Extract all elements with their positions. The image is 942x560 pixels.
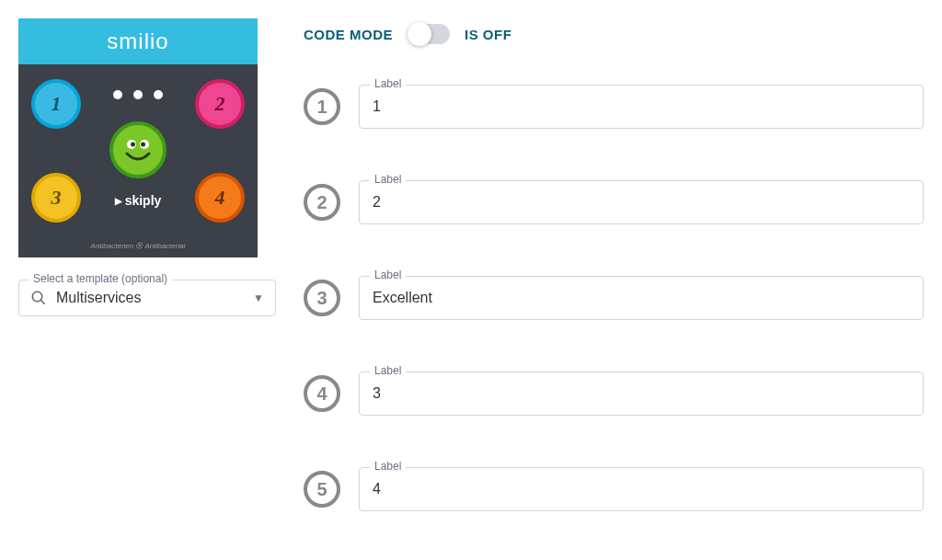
device-preview: smilio 1 2 3 4 ▶ [18,18,258,257]
label-input-5[interactable] [359,467,924,511]
label-input-wrap: Label [359,371,924,416]
number-badge-2: 2 [304,184,340,221]
label-row-1: 1 Label [304,85,924,129]
label-row-4: 4 Label [304,371,924,416]
smiley-face-icon [109,121,167,178]
device-button-2: 2 [195,79,245,129]
label-row-3: 3 Label [304,276,924,320]
dot [113,90,122,99]
template-select-value: Multiservices [56,290,244,306]
label-input-wrap: Label [359,467,924,511]
device-button-4: 4 [195,173,245,223]
dot [133,90,143,99]
play-icon: ▶ [115,196,122,206]
device-header: smilio [18,18,258,64]
label-input-4[interactable] [359,371,924,416]
code-mode-state: IS OFF [465,27,511,42]
left-panel: smilio 1 2 3 4 ▶ [18,18,276,542]
chevron-down-icon: ▼ [253,291,264,304]
label-input-3[interactable] [359,276,924,320]
dot [154,90,163,99]
svg-point-3 [141,143,145,147]
skiply-logo: ▶ skiply [115,193,162,208]
number-badge-3: 3 [304,280,340,316]
code-mode-row: CODE MODE IS OFF [304,24,924,44]
label-input-1[interactable] [359,85,924,129]
device-button-3: 3 [31,173,81,223]
label-field-legend: Label [370,269,406,281]
code-mode-label: CODE MODE [304,27,393,42]
code-mode-toggle[interactable] [408,24,450,44]
template-select[interactable]: Select a template (optional) Multiservic… [18,280,276,316]
device-button-1: 1 [31,79,81,129]
label-field-legend: Label [370,173,406,186]
label-input-2[interactable] [359,180,924,224]
antibacterial-text: Antibactérien ⦿ Antibacterial [18,242,258,250]
template-select-label: Select a template (optional) [29,272,172,285]
label-input-wrap: Label [359,180,924,224]
svg-line-5 [40,300,45,304]
toggle-thumb [408,22,431,46]
skiply-text: skiply [125,193,162,208]
search-icon [30,290,47,306]
number-badge-5: 5 [304,471,340,508]
label-field-legend: Label [370,460,406,473]
svg-point-4 [32,291,42,302]
device-body: 1 2 3 4 ▶ skiply [18,64,258,239]
label-field-legend: Label [370,77,406,90]
number-badge-1: 1 [304,88,340,125]
right-panel: CODE MODE IS OFF 1 Label 2 Label 3 Label… [304,18,924,542]
label-input-wrap: Label [359,85,924,129]
label-field-legend: Label [370,364,406,377]
svg-point-2 [131,143,135,147]
brand-logo: smilio [107,29,168,54]
number-badge-4: 4 [304,375,340,412]
label-input-wrap: Label [359,276,924,320]
label-row-2: 2 Label [304,180,924,224]
indicator-dots [113,90,163,99]
label-row-5: 5 Label [304,467,924,511]
